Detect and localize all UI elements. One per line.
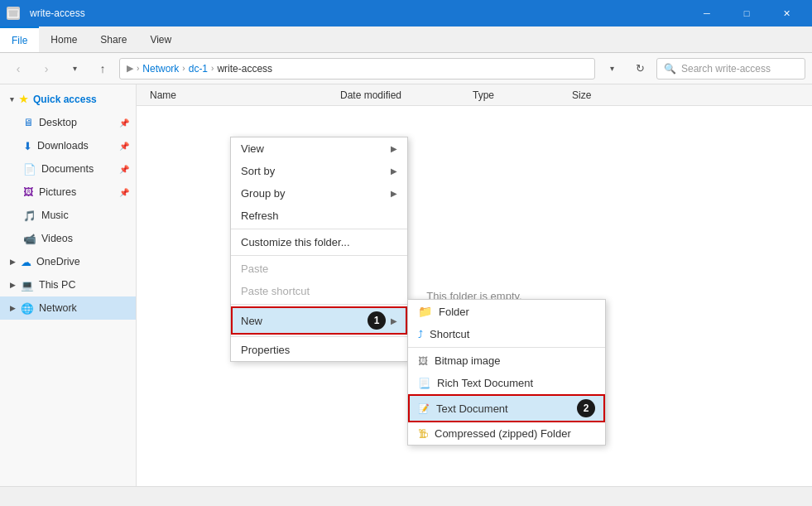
sidebar-downloads-label: Downloads (37, 140, 89, 152)
chevron-right-icon: ▶ (10, 258, 16, 266)
title-bar-system-icons (7, 7, 20, 20)
submenu-arrow-group: ▶ (391, 189, 397, 198)
column-type[interactable]: Type (466, 89, 565, 101)
sub-shortcut-label: Shortcut (430, 328, 469, 340)
sidebar: ▾ ★ Quick access 🖥 Desktop 📌 ⬇ Downloads… (0, 84, 137, 486)
ctx-group-by[interactable]: Group by ▶ (231, 182, 407, 205)
dropdown-button[interactable]: ▾ (63, 57, 86, 80)
sidebar-quick-access-label: Quick access (33, 94, 97, 105)
rtf-icon: 📃 (418, 378, 430, 389)
breadcrumb-dc1[interactable]: dc-1 (189, 63, 208, 75)
dropdown-path-button[interactable]: ▾ (600, 57, 623, 80)
sidebar-network[interactable]: ▶ 🌐 Network (0, 296, 136, 320)
title-bar: write-access ─ □ ✕ (0, 0, 812, 27)
context-menu[interactable]: View ▶ Sort by ▶ Group by ▶ Refresh Cust… (230, 137, 408, 362)
ctx-paste[interactable]: Paste (231, 258, 407, 280)
column-size[interactable]: Size (565, 89, 648, 101)
music-icon: 🎵 (23, 210, 36, 222)
sub-shortcut[interactable]: ⤴ Shortcut (408, 323, 605, 345)
chevron-right-icon-net: ▶ (10, 304, 16, 312)
sidebar-quick-access[interactable]: ▾ ★ Quick access (0, 88, 136, 111)
search-icon: 🔍 (664, 63, 676, 75)
column-date-modified[interactable]: Date modified (334, 89, 466, 101)
window-title: write-access (30, 7, 85, 19)
sidebar-item-music[interactable]: 🎵 Music (0, 204, 136, 227)
ctx-customize[interactable]: Customize this folder... (231, 231, 407, 253)
sidebar-onedrive-label: OneDrive (36, 256, 80, 267)
sidebar-desktop-label: Desktop (39, 117, 77, 128)
tab-view[interactable]: View (138, 27, 183, 52)
breadcrumb[interactable]: ▶ › Network › dc-1 › write-access (119, 58, 595, 80)
sidebar-item-documents[interactable]: 📄 Documents 📌 (0, 157, 136, 181)
pin-icon-docs: 📌 (119, 165, 129, 174)
sub-folder-label: Folder (439, 306, 469, 318)
sub-rtf-label: Rich Text Document (437, 377, 533, 389)
forward-button[interactable]: › (35, 57, 58, 80)
ctx-view[interactable]: View ▶ (231, 137, 407, 160)
pin-icon-downloads: 📌 (119, 142, 129, 151)
maximize-button[interactable]: □ (728, 0, 766, 27)
refresh-button[interactable]: ↻ (628, 57, 651, 80)
sidebar-pictures-label: Pictures (39, 186, 76, 198)
network-icon: 🌐 (21, 302, 34, 315)
sub-bitmap[interactable]: 🖼 Bitmap image (408, 349, 605, 372)
sidebar-pc-label: This PC (39, 279, 75, 291)
ctx-paste-shortcut-label: Paste shortcut (241, 285, 397, 297)
sub-compressed-label: Compressed (zipped) Folder (435, 427, 571, 440)
back-button[interactable]: ‹ (7, 57, 30, 80)
ctx-refresh[interactable]: Refresh (231, 205, 407, 227)
star-icon: ★ (19, 94, 28, 105)
ctx-sort-label: Sort by (241, 165, 391, 177)
sidebar-item-videos[interactable]: 📹 Videos (0, 227, 136, 250)
ctx-properties-label: Properties (241, 344, 397, 356)
chevron-right-icon-pc: ▶ (10, 281, 16, 289)
sidebar-item-downloads[interactable]: ⬇ Downloads 📌 (0, 134, 136, 157)
ctx-separator-2 (231, 255, 407, 256)
ctx-new[interactable]: New 1 ▶ (231, 306, 407, 335)
breadcrumb-network[interactable]: Network (142, 63, 179, 75)
sidebar-item-pictures[interactable]: 🖼 Pictures 📌 (0, 181, 136, 204)
ctx-separator-1 (231, 229, 407, 229)
tab-home[interactable]: Home (39, 27, 89, 52)
text-doc-icon: 📝 (418, 403, 430, 414)
submenu-arrow-new: ▶ (391, 316, 397, 325)
step-badge-1: 1 (368, 311, 386, 330)
ctx-refresh-label: Refresh (241, 210, 397, 222)
onedrive-icon: ☁ (21, 256, 31, 268)
up-button[interactable]: ↑ (91, 57, 114, 80)
sidebar-item-desktop[interactable]: 🖥 Desktop 📌 (0, 111, 136, 134)
pictures-icon: 🖼 (23, 186, 34, 198)
sub-text-doc[interactable]: 📝 Text Document 2 (408, 394, 605, 422)
minimize-button[interactable]: ─ (688, 0, 726, 27)
ctx-paste-shortcut[interactable]: Paste shortcut (231, 280, 407, 302)
ctx-group-label: Group by (241, 187, 391, 200)
ctx-properties[interactable]: Properties (231, 339, 407, 361)
sidebar-this-pc[interactable]: ▶ 💻 This PC (0, 273, 136, 296)
column-name[interactable]: Name (143, 89, 334, 101)
desktop-icon: 🖥 (23, 117, 34, 128)
documents-icon: 📄 (23, 163, 36, 176)
sub-rtf[interactable]: 📃 Rich Text Document (408, 372, 605, 394)
column-headers: Name Date modified Type Size (137, 84, 812, 106)
svg-rect-1 (8, 10, 18, 12)
tab-share[interactable]: Share (89, 27, 138, 52)
sidebar-music-label: Music (41, 210, 69, 221)
sub-compressed[interactable]: 🗜 Compressed (zipped) Folder (408, 422, 605, 445)
zip-icon: 🗜 (418, 428, 428, 440)
sidebar-videos-label: Videos (41, 233, 73, 244)
sub-folder[interactable]: 📁 Folder (408, 300, 605, 323)
tab-file[interactable]: File (0, 27, 39, 52)
submenu[interactable]: 📁 Folder ⤴ Shortcut 🖼 Bitmap image 📃 Ric… (407, 299, 606, 446)
pin-icon-pics: 📌 (119, 188, 129, 197)
bitmap-icon: 🖼 (418, 355, 428, 367)
ctx-customize-label: Customize this folder... (241, 236, 397, 248)
sidebar-onedrive[interactable]: ▶ ☁ OneDrive (0, 250, 136, 273)
search-box[interactable]: 🔍 Search write-access (656, 58, 805, 80)
window-controls[interactable]: ─ □ ✕ (688, 0, 805, 27)
pin-icon: 📌 (119, 118, 129, 128)
ctx-sort-by[interactable]: Sort by ▶ (231, 160, 407, 182)
close-button[interactable]: ✕ (767, 0, 805, 27)
videos-icon: 📹 (23, 233, 36, 245)
downloads-icon: ⬇ (23, 140, 32, 152)
address-bar: ‹ › ▾ ↑ ▶ › Network › dc-1 › write-acces… (0, 53, 812, 84)
